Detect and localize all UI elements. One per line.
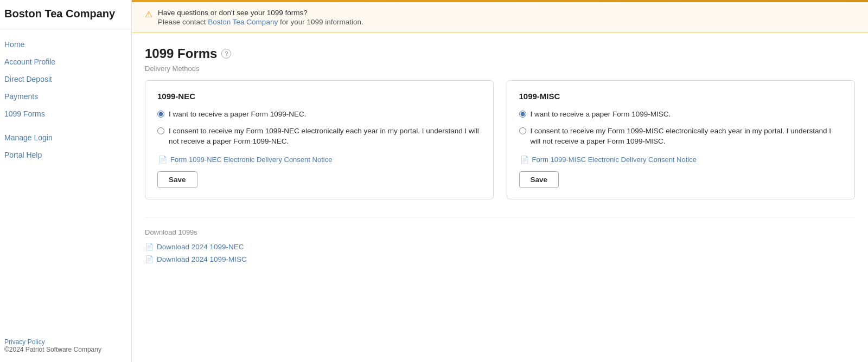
nec-consent-link[interactable]: 📄 Form 1099-NEC Electronic Delivery Cons… xyxy=(157,156,481,164)
nec-doc-icon: 📄 xyxy=(158,156,167,164)
copyright-text: ©2024 Patriot Software Company xyxy=(4,346,127,353)
help-icon[interactable]: ? xyxy=(221,49,231,59)
sidebar-item-home[interactable]: Home xyxy=(0,36,131,53)
sidebar-item-1099-forms[interactable]: 1099 Forms xyxy=(0,105,131,122)
misc-card: 1099-MISC I want to receive a paper Form… xyxy=(507,80,856,199)
misc-radio-group: I want to receive a paper Form 1099-MISC… xyxy=(519,109,843,147)
nec-radio-group: I want to receive a paper Form 1099-NEC.… xyxy=(157,109,481,147)
nec-consent-link-text: Form 1099-NEC Electronic Delivery Consen… xyxy=(170,156,332,164)
sidebar-item-payments[interactable]: Payments xyxy=(0,88,131,105)
misc-save-button[interactable]: Save xyxy=(519,171,559,188)
download-misc-text: Download 2024 1099-MISC xyxy=(157,255,247,263)
cards-row: 1099-NEC I want to receive a paper Form … xyxy=(145,80,855,199)
download-section: Download 1099s 📄 Download 2024 1099-NEC … xyxy=(145,217,855,263)
misc-consent-link-text: Form 1099-MISC Electronic Delivery Conse… xyxy=(532,156,697,164)
sidebar-footer: Privacy Policy ©2024 Patriot Software Co… xyxy=(0,329,131,362)
page-title: 1099 Forms xyxy=(145,46,217,61)
sidebar-item-manage-login[interactable]: Manage Login xyxy=(0,129,131,146)
misc-radio-electronic-text: I consent to receive my Form 1099-MISC e… xyxy=(531,126,843,147)
nec-save-button[interactable]: Save xyxy=(157,171,197,188)
page-content: 1099 Forms ? Delivery Methods 1099-NEC I… xyxy=(132,33,868,281)
misc-radio-paper[interactable] xyxy=(519,111,526,118)
download-nec-text: Download 2024 1099-NEC xyxy=(157,243,244,251)
sidebar-nav: Home Account Profile Direct Deposit Paym… xyxy=(0,29,131,329)
page-title-row: 1099 Forms ? xyxy=(145,46,855,61)
download-nec-icon: 📄 xyxy=(145,243,154,251)
alert-line2-suffix: for your 1099 information. xyxy=(278,18,363,26)
nec-radio-electronic-text: I consent to receive my Form 1099-NEC el… xyxy=(169,126,481,147)
nec-radio-paper-label[interactable]: I want to receive a paper Form 1099-NEC. xyxy=(157,109,481,120)
delivery-methods-label: Delivery Methods xyxy=(145,64,855,73)
alert-banner: ⚠ Have questions or don't see your 1099 … xyxy=(132,2,868,33)
download-misc-icon: 📄 xyxy=(145,255,154,263)
nec-card-title: 1099-NEC xyxy=(157,92,481,101)
misc-card-title: 1099-MISC xyxy=(519,92,843,101)
misc-doc-icon: 📄 xyxy=(520,156,529,164)
misc-radio-electronic[interactable] xyxy=(519,127,526,134)
download-label: Download 1099s xyxy=(145,228,855,236)
misc-radio-paper-text: I want to receive a paper Form 1099-MISC… xyxy=(531,109,671,120)
alert-line1: Have questions or don't see your 1099 fo… xyxy=(158,9,363,17)
misc-radio-electronic-label[interactable]: I consent to receive my Form 1099-MISC e… xyxy=(519,126,843,147)
nec-radio-electronic-label[interactable]: I consent to receive my Form 1099-NEC el… xyxy=(157,126,481,147)
misc-consent-link[interactable]: 📄 Form 1099-MISC Electronic Delivery Con… xyxy=(519,156,843,164)
alert-icon: ⚠ xyxy=(145,9,152,20)
misc-radio-paper-label[interactable]: I want to receive a paper Form 1099-MISC… xyxy=(519,109,843,120)
sidebar: Boston Tea Company Home Account Profile … xyxy=(0,0,132,362)
main-content: ⚠ Have questions or don't see your 1099 … xyxy=(132,0,868,362)
brand-title: Boston Tea Company xyxy=(0,0,131,29)
sidebar-item-account-profile[interactable]: Account Profile xyxy=(0,53,131,70)
sidebar-item-portal-help[interactable]: Portal Help xyxy=(0,146,131,164)
alert-line2: Please contact Boston Tea Company for yo… xyxy=(158,18,363,26)
sidebar-item-direct-deposit[interactable]: Direct Deposit xyxy=(0,70,131,88)
nec-radio-electronic[interactable] xyxy=(157,127,164,134)
nec-radio-paper-text: I want to receive a paper Form 1099-NEC. xyxy=(169,109,307,120)
download-misc-link[interactable]: 📄 Download 2024 1099-MISC xyxy=(145,255,855,263)
alert-line2-prefix: Please contact xyxy=(158,18,208,26)
download-nec-link[interactable]: 📄 Download 2024 1099-NEC xyxy=(145,243,855,251)
alert-text: Have questions or don't see your 1099 fo… xyxy=(158,9,363,26)
alert-company-link[interactable]: Boston Tea Company xyxy=(208,18,278,26)
nec-radio-paper[interactable] xyxy=(157,111,164,118)
nec-card: 1099-NEC I want to receive a paper Form … xyxy=(145,80,494,199)
privacy-policy-link[interactable]: Privacy Policy xyxy=(4,338,45,346)
